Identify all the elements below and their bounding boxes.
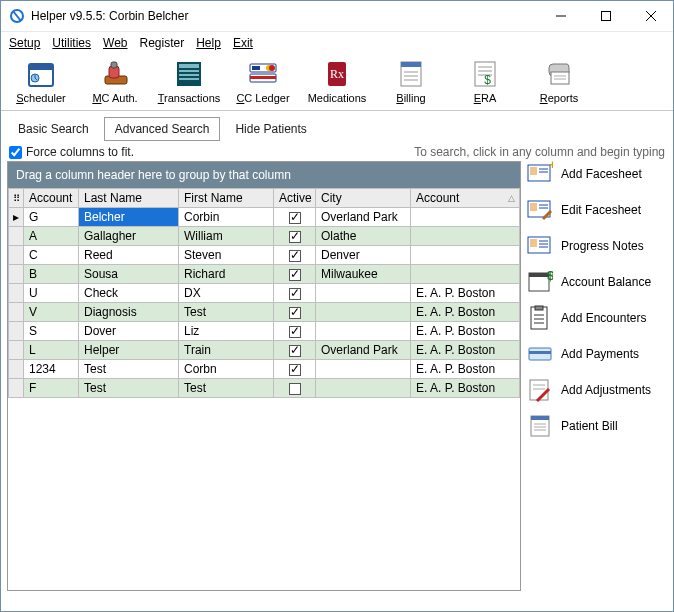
grid-select-all[interactable]: ⠿ [9, 189, 24, 208]
grid-cell[interactable]: C [24, 246, 79, 265]
grid-cell[interactable] [411, 208, 520, 227]
grid-cell[interactable] [274, 341, 316, 360]
menu-help[interactable]: Help [196, 36, 221, 50]
grid-cell[interactable] [411, 265, 520, 284]
grid-cell[interactable]: F [24, 379, 79, 398]
grid-cell[interactable]: Liz [179, 322, 274, 341]
grid-cell[interactable]: Gallagher [79, 227, 179, 246]
table-row[interactable]: AGallagherWilliamOlathe [9, 227, 520, 246]
action-add-adjustments[interactable]: Add Adjustments [527, 377, 667, 403]
grid-cell[interactable]: Test [179, 303, 274, 322]
grid-cell[interactable] [274, 265, 316, 284]
grid-cell[interactable]: Dover [79, 322, 179, 341]
action-account-balance[interactable]: $+Account Balance [527, 269, 667, 295]
toolbar-medications[interactable]: RxMedications [301, 56, 373, 106]
active-checkbox[interactable] [289, 212, 301, 224]
grid-cell[interactable]: Helper [79, 341, 179, 360]
action-progress-notes[interactable]: Progress Notes [527, 233, 667, 259]
menu-utilities[interactable]: Utilities [52, 36, 91, 50]
table-row[interactable]: 1234TestCorbnE. A. P. Boston [9, 360, 520, 379]
toolbar-billing[interactable]: Billing [375, 56, 447, 106]
grid-cell[interactable] [316, 379, 411, 398]
grid-header-last-name[interactable]: Last Name [79, 189, 179, 208]
grid-cell[interactable]: Denver [316, 246, 411, 265]
grid-cell[interactable]: Train [179, 341, 274, 360]
grid-cell[interactable] [274, 303, 316, 322]
grid-cell[interactable]: Test [179, 379, 274, 398]
grid-cell[interactable]: A [24, 227, 79, 246]
force-fit-input[interactable] [9, 146, 22, 159]
grid-cell[interactable] [274, 246, 316, 265]
grid-cell[interactable]: U [24, 284, 79, 303]
toolbar-reports[interactable]: Reports [523, 56, 595, 106]
grid-header-account-2[interactable]: Account△ [411, 189, 520, 208]
table-row[interactable]: CReedStevenDenver [9, 246, 520, 265]
grid-cell[interactable] [411, 246, 520, 265]
active-checkbox[interactable] [289, 364, 301, 376]
table-row[interactable]: LHelperTrainOverland ParkE. A. P. Boston [9, 341, 520, 360]
grid-cell[interactable]: Overland Park [316, 341, 411, 360]
grid-cell[interactable]: Milwaukee [316, 265, 411, 284]
grid-cell[interactable]: William [179, 227, 274, 246]
grid-cell[interactable]: DX [179, 284, 274, 303]
menu-exit[interactable]: Exit [233, 36, 253, 50]
table-row[interactable]: ▸GBelcherCorbinOverland Park [9, 208, 520, 227]
grid-header-city[interactable]: City [316, 189, 411, 208]
grid-cell[interactable]: E. A. P. Boston [411, 284, 520, 303]
grid-cell[interactable]: Sousa [79, 265, 179, 284]
grid-cell[interactable]: V [24, 303, 79, 322]
grid-cell[interactable]: Test [79, 379, 179, 398]
table-row[interactable]: FTestTestE. A. P. Boston [9, 379, 520, 398]
grid-cell[interactable]: Olathe [316, 227, 411, 246]
grid-cell[interactable] [316, 303, 411, 322]
grid-cell[interactable]: G [24, 208, 79, 227]
table-row[interactable]: BSousaRichardMilwaukee [9, 265, 520, 284]
toolbar-scheduler[interactable]: Scheduler [5, 56, 77, 106]
active-checkbox[interactable] [289, 307, 301, 319]
grid-cell[interactable] [274, 379, 316, 398]
table-row[interactable]: SDoverLizE. A. P. Boston [9, 322, 520, 341]
grid-cell[interactable]: E. A. P. Boston [411, 341, 520, 360]
grid-cell[interactable]: E. A. P. Boston [411, 303, 520, 322]
grid-cell[interactable]: Corbin [179, 208, 274, 227]
toolbar-cc-ledger[interactable]: CC Ledger [227, 56, 299, 106]
menu-setup[interactable]: Setup [9, 36, 40, 50]
action-add-payments[interactable]: Add Payments [527, 341, 667, 367]
tab-basic-search[interactable]: Basic Search [7, 117, 100, 141]
grid-cell[interactable] [316, 322, 411, 341]
grid-header-first-name[interactable]: First Name [179, 189, 274, 208]
menu-register[interactable]: Register [140, 36, 185, 50]
tab-hide-patients[interactable]: Hide Patients [224, 117, 317, 141]
table-row[interactable]: VDiagnosisTestE. A. P. Boston [9, 303, 520, 322]
grid-cell[interactable] [274, 284, 316, 303]
menu-web[interactable]: Web [103, 36, 127, 50]
close-button[interactable] [628, 1, 673, 31]
grid-cell[interactable]: Corbn [179, 360, 274, 379]
action-edit-facesheet[interactable]: Edit Facesheet [527, 197, 667, 223]
grid-cell[interactable] [316, 284, 411, 303]
action-patient-bill[interactable]: Patient Bill [527, 413, 667, 439]
grid-cell[interactable]: Diagnosis [79, 303, 179, 322]
tab-advanced-search[interactable]: Advanced Search [104, 117, 221, 141]
active-checkbox[interactable] [289, 288, 301, 300]
toolbar-mc-auth[interactable]: MC Auth. [79, 56, 151, 106]
grid-cell[interactable]: B [24, 265, 79, 284]
grid-cell[interactable]: E. A. P. Boston [411, 360, 520, 379]
grid-cell[interactable] [274, 227, 316, 246]
active-checkbox[interactable] [289, 269, 301, 281]
active-checkbox[interactable] [289, 345, 301, 357]
active-checkbox[interactable] [289, 326, 301, 338]
grid-cell[interactable]: S [24, 322, 79, 341]
grid-cell[interactable] [274, 322, 316, 341]
grid-cell[interactable]: Belcher [79, 208, 179, 227]
grid-cell[interactable]: E. A. P. Boston [411, 322, 520, 341]
grid-cell[interactable]: Overland Park [316, 208, 411, 227]
grid-cell[interactable]: Reed [79, 246, 179, 265]
toolbar-transactions[interactable]: Transactions [153, 56, 225, 106]
grid-cell[interactable] [274, 360, 316, 379]
grid-cell[interactable]: E. A. P. Boston [411, 379, 520, 398]
minimize-button[interactable] [538, 1, 583, 31]
table-row[interactable]: UCheckDXE. A. P. Boston [9, 284, 520, 303]
grid-cell[interactable]: L [24, 341, 79, 360]
active-checkbox[interactable] [289, 231, 301, 243]
